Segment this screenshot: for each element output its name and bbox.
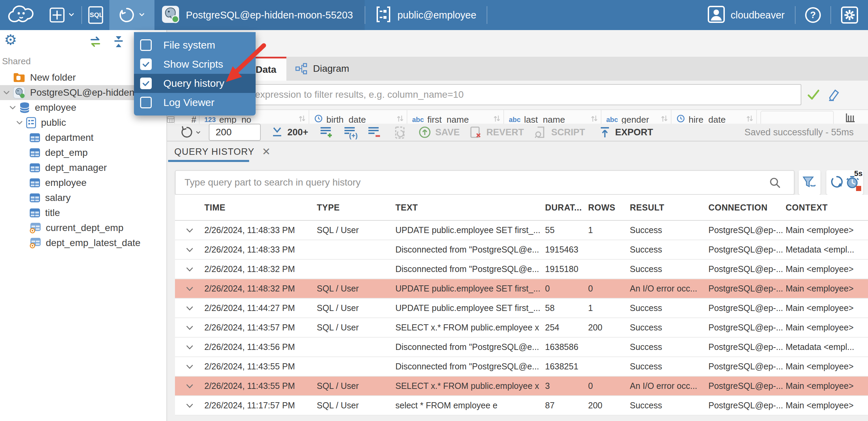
refresh-data-button[interactable]	[180, 125, 201, 139]
qh-column-rows[interactable]: ROWS	[588, 203, 630, 213]
connection-selector[interactable]: PostgreSQL@ep-hidden-moon-55203	[154, 0, 365, 30]
close-icon[interactable]: ✕	[262, 147, 271, 157]
clear-filter-eraser-icon[interactable]	[825, 87, 840, 104]
tab-query-history[interactable]: QUERY HISTORY ✕	[168, 141, 277, 162]
query-history-row[interactable]: 2/26/2024, 11:43:57 PMSQL / UserSELECT x…	[175, 318, 868, 338]
tree-item-dept-emp[interactable]: dept_emp	[0, 145, 166, 160]
collapse-all-icon[interactable]	[112, 35, 125, 50]
refresh-history-icon[interactable]	[830, 175, 844, 190]
row-limit-input[interactable]	[209, 124, 261, 141]
qh-column-result[interactable]: RESULT	[630, 203, 708, 213]
revert-button[interactable]: REVERT	[469, 125, 524, 139]
query-history-filter-button[interactable]	[799, 170, 820, 195]
query-history-row[interactable]: 2/26/2024, 11:44:27 PMSQL / UserUPDATE p…	[175, 299, 868, 318]
sort-icon[interactable]	[661, 114, 668, 124]
sync-connection-icon[interactable]	[89, 35, 102, 50]
expand-row-chevron-icon[interactable]	[175, 245, 204, 255]
delete-row-button[interactable]	[367, 125, 381, 139]
expand-row-chevron-icon[interactable]	[175, 284, 204, 294]
script-button[interactable]: SCRIPT	[534, 125, 585, 139]
tab-diagram[interactable]: Diagram	[286, 57, 362, 81]
tree-item-current-dept-emp[interactable]: current_dept_emp	[0, 220, 166, 235]
query-history-row[interactable]: 2/26/2024, 11:48:32 PMSQL / UserUPDATE p…	[175, 279, 868, 299]
qh-cell-duration: 1638586	[545, 342, 588, 352]
menu-item-query-history[interactable]: Query history	[134, 74, 256, 93]
chevron-down-icon[interactable]	[8, 104, 17, 112]
checkbox[interactable]	[140, 97, 152, 108]
chevron-down-icon[interactable]	[2, 89, 11, 97]
qh-cell-duration: 0	[545, 284, 588, 294]
auto-refresh-timer-button[interactable]: 5s	[845, 175, 860, 190]
qh-cell-time: 2/26/2024, 11:43:56 PM	[204, 342, 317, 352]
tree-item-dept-manager[interactable]: dept_manager	[0, 160, 166, 175]
grid-column-gender[interactable]: abcgender	[601, 110, 672, 124]
date-type-icon	[676, 114, 685, 124]
qh-cell-time: 2/26/2024, 11:48:33 PM	[204, 225, 317, 235]
qh-column-time[interactable]: TIME	[204, 203, 317, 213]
expand-row-chevron-icon[interactable]	[175, 264, 204, 274]
text-type-icon: abc	[412, 116, 424, 124]
refresh-document-button[interactable]	[394, 125, 407, 139]
expand-row-chevron-icon[interactable]	[175, 342, 204, 352]
query-history-search-input[interactable]	[175, 170, 795, 195]
expand-row-chevron-icon[interactable]	[175, 226, 204, 235]
fetch-more-button[interactable]: 200+	[271, 126, 308, 138]
query-history-row[interactable]: 2/26/2024, 11:17:57 PMSQL / Userselect *…	[175, 396, 868, 416]
settings-button[interactable]	[831, 0, 868, 30]
query-history-row[interactable]: 2/26/2024, 11:48:32 PMDisconnected from …	[175, 260, 868, 279]
sort-icon[interactable]	[591, 114, 598, 124]
tree-item-title[interactable]: title	[0, 205, 166, 220]
query-history-row[interactable]: 2/26/2024, 11:48:33 PMSQL / UserUPDATE p…	[175, 221, 868, 240]
expand-row-chevron-icon[interactable]	[175, 303, 204, 313]
save-button[interactable]: SAVE	[418, 126, 460, 139]
grid-column-first_name[interactable]: abcfirst_name	[407, 110, 504, 124]
expand-row-chevron-icon[interactable]	[175, 323, 204, 332]
sql-editor-button[interactable]: SQL	[82, 0, 109, 30]
query-history-row[interactable]: 2/26/2024, 11:43:55 PMDisconnected from …	[175, 357, 868, 377]
checkbox-checked[interactable]	[140, 58, 152, 70]
filter-expression-input[interactable]	[246, 84, 801, 105]
qh-column-text[interactable]: TEXT	[395, 203, 545, 213]
grid-column-birth_date[interactable]: birth_date	[309, 110, 407, 124]
sort-icon[interactable]	[746, 114, 754, 124]
grid-column-label: last_name	[524, 114, 565, 124]
grid-columns-config-icon[interactable]	[845, 113, 856, 124]
expand-row-chevron-icon[interactable]	[175, 362, 204, 371]
qh-column-connection[interactable]: CONNECTION	[708, 203, 786, 213]
tree-item-employee[interactable]: employee	[0, 175, 166, 190]
grid-column-hire_date[interactable]: hire_date	[672, 110, 757, 124]
query-history-row[interactable]: 2/26/2024, 11:43:56 PMDisconnected from …	[175, 338, 868, 357]
add-row-button[interactable]	[319, 125, 334, 139]
grid-column-last_name[interactable]: abclast_name	[504, 110, 601, 124]
user-menu[interactable]: cloudbeaver	[697, 0, 795, 30]
qh-cell-type: SQL / User	[317, 284, 395, 294]
tree-item-dept-emp-latest-date[interactable]: dept_emp_latest_date	[0, 235, 166, 250]
qh-column-context[interactable]: CONTEXT	[786, 203, 868, 213]
checkbox[interactable]	[140, 39, 152, 51]
export-button[interactable]: EXPORT	[599, 126, 653, 139]
tree-item-department[interactable]: department	[0, 130, 166, 145]
qh-column-durat[interactable]: DURAT...	[545, 203, 588, 213]
apply-filter-check-icon[interactable]	[806, 87, 820, 103]
tree-item-salary[interactable]: salary	[0, 190, 166, 205]
duplicate-row-button[interactable]: (+)	[343, 125, 357, 139]
checkbox-checked[interactable]	[140, 78, 152, 89]
help-button[interactable]: ?	[796, 0, 830, 30]
menu-item-show-scripts[interactable]: Show Scripts	[134, 55, 256, 74]
menu-item-log-viewer[interactable]: Log Viewer	[134, 93, 256, 112]
query-history-row[interactable]: 2/26/2024, 11:48:33 PMDisconnected from …	[175, 240, 868, 260]
expand-row-chevron-icon[interactable]	[175, 401, 204, 410]
schema-selector[interactable]: public@employee	[365, 0, 487, 30]
sidebar-settings-gear-icon[interactable]: ⚙	[4, 33, 17, 47]
sort-icon[interactable]	[298, 114, 306, 124]
query-history-row[interactable]: 2/26/2024, 11:43:55 PMSQL / UserSELECT x…	[175, 377, 868, 396]
tree-item-public[interactable]: public	[0, 115, 166, 130]
new-object-button[interactable]	[43, 0, 81, 30]
sort-icon[interactable]	[396, 114, 404, 124]
qh-column-type[interactable]: TYPE	[317, 203, 395, 213]
sort-icon[interactable]	[493, 114, 501, 124]
tools-menu-button[interactable]	[109, 0, 154, 30]
expand-row-chevron-icon[interactable]	[175, 381, 204, 391]
chevron-down-icon[interactable]	[15, 119, 24, 127]
menu-item-file-system[interactable]: File system	[134, 36, 256, 55]
